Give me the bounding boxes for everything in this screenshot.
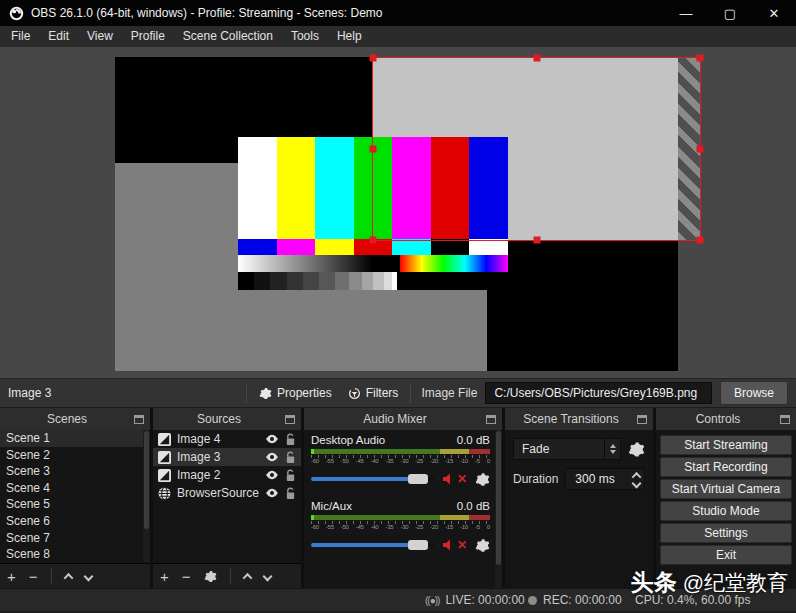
selection-handle-bottomcenter[interactable] bbox=[533, 237, 540, 244]
controls-header[interactable]: Controls bbox=[656, 408, 796, 430]
menu-view[interactable]: View bbox=[78, 26, 122, 47]
channel-name: Mic/Aux bbox=[311, 500, 352, 514]
transition-select[interactable]: Fade bbox=[513, 438, 621, 460]
filters-icon bbox=[348, 387, 361, 400]
menu-help[interactable]: Help bbox=[328, 26, 371, 47]
mixer-scrollbar[interactable] bbox=[495, 430, 502, 588]
transition-gear-icon[interactable] bbox=[628, 441, 645, 458]
mixer-channel-mic-aux: Mic/Aux 0.0 dB -60-55-50-45-40-35-30-25-… bbox=[311, 500, 490, 556]
lock-unlocked-icon[interactable] bbox=[285, 433, 296, 446]
eye-visible-icon[interactable] bbox=[265, 487, 279, 499]
scene-list-item[interactable]: Scene 2 bbox=[0, 447, 150, 464]
scenes-panel-header[interactable]: Scenes bbox=[0, 408, 150, 430]
scene-list-item[interactable]: Scene 5 bbox=[0, 496, 150, 513]
meter-scale-tick: -15 bbox=[445, 458, 453, 466]
scene-transitions-header[interactable]: Scene Transitions bbox=[505, 408, 653, 430]
eye-visible-icon[interactable] bbox=[265, 451, 279, 463]
menu-edit[interactable]: Edit bbox=[39, 26, 78, 47]
mute-button[interactable]: ✕ bbox=[442, 538, 467, 552]
toolbar-separator bbox=[410, 383, 411, 403]
mute-button[interactable]: ✕ bbox=[442, 472, 467, 486]
move-scene-up-button[interactable] bbox=[65, 573, 72, 580]
eye-visible-icon[interactable] bbox=[265, 469, 279, 481]
meter-scale-tick: -40 bbox=[371, 458, 379, 466]
minimize-button[interactable]: — bbox=[664, 0, 708, 26]
start-streaming-button[interactable]: Start Streaming bbox=[660, 435, 792, 455]
browse-button[interactable]: Browse bbox=[720, 381, 788, 405]
volume-slider[interactable] bbox=[311, 477, 434, 481]
studio-mode-button[interactable]: Studio Mode bbox=[660, 501, 792, 521]
sources-list: Image 4 Image 3 Image 2 bbox=[153, 430, 301, 563]
selection-handle-midright[interactable] bbox=[697, 146, 704, 153]
scene-list-item[interactable]: Scene 4 bbox=[0, 480, 150, 497]
source-list-item[interactable]: BrowserSource bbox=[153, 484, 301, 502]
scene-list-item[interactable]: Scene 6 bbox=[0, 513, 150, 530]
settings-button[interactable]: Settings bbox=[660, 523, 792, 543]
image-source-icon bbox=[158, 433, 171, 446]
volume-meter bbox=[311, 449, 490, 454]
close-button[interactable]: ✕ bbox=[752, 0, 796, 26]
dock-float-icon[interactable] bbox=[134, 415, 144, 424]
dock-float-icon[interactable] bbox=[486, 415, 496, 424]
volume-slider-handle[interactable] bbox=[408, 474, 428, 484]
scene-transitions-title: Scene Transitions bbox=[505, 412, 637, 426]
menu-profile[interactable]: Profile bbox=[122, 26, 174, 47]
toolbar-separator bbox=[230, 568, 231, 584]
selection-handle-bottomleft[interactable] bbox=[370, 237, 377, 244]
volume-slider[interactable] bbox=[311, 543, 434, 547]
selection-handle-topright[interactable] bbox=[697, 55, 704, 62]
selection-handle-topcenter[interactable] bbox=[533, 55, 540, 62]
duration-spinbox[interactable]: 300 ms bbox=[565, 468, 645, 490]
rec-timer: REC: 00:00:00 bbox=[543, 593, 622, 607]
maximize-button[interactable]: ▢ bbox=[708, 0, 752, 26]
duration-spin-arrows[interactable] bbox=[628, 472, 644, 487]
menu-scene-collection[interactable]: Scene Collection bbox=[174, 26, 282, 47]
sources-panel-header[interactable]: Sources bbox=[153, 408, 301, 430]
scene-list-item[interactable]: Scene 3 bbox=[0, 463, 150, 480]
source-list-item[interactable]: Image 2 bbox=[153, 466, 301, 484]
add-source-button[interactable]: + bbox=[160, 569, 169, 584]
start-virtual-camera-button[interactable]: Start Virtual Camera bbox=[660, 479, 792, 499]
source-properties-button[interactable] bbox=[204, 570, 217, 583]
selection-bounding-box[interactable] bbox=[372, 57, 701, 241]
move-source-up-button[interactable] bbox=[244, 573, 251, 580]
menu-tools[interactable]: Tools bbox=[282, 26, 328, 47]
meter-scale: -60-55-50-45-40-35-30-25-20-15-10-50 bbox=[311, 458, 490, 466]
scene-list-item[interactable]: Scene 8 bbox=[0, 546, 150, 563]
scene-list-item[interactable]: Scene 7 bbox=[0, 530, 150, 547]
source-list-item[interactable]: Image 4 bbox=[153, 430, 301, 448]
dock-float-icon[interactable] bbox=[637, 415, 647, 424]
transition-select-spinner[interactable] bbox=[604, 439, 620, 459]
scene-list-item[interactable]: Scene 1 bbox=[0, 430, 150, 447]
browser-source-icon bbox=[158, 487, 171, 500]
preview-area[interactable] bbox=[0, 47, 796, 378]
start-recording-button[interactable]: Start Recording bbox=[660, 457, 792, 477]
lock-unlocked-icon[interactable] bbox=[285, 469, 296, 482]
remove-scene-button[interactable]: − bbox=[29, 569, 38, 584]
image-file-input[interactable] bbox=[485, 382, 712, 404]
audio-mixer-header[interactable]: Audio Mixer bbox=[304, 408, 502, 430]
dock-float-icon[interactable] bbox=[780, 415, 790, 424]
meter-scale-tick: -50 bbox=[341, 458, 349, 466]
filters-button[interactable]: Filters bbox=[344, 384, 403, 402]
dock-float-icon[interactable] bbox=[285, 415, 295, 424]
properties-button[interactable]: Properties bbox=[255, 384, 336, 402]
menu-file[interactable]: File bbox=[2, 26, 39, 47]
lock-unlocked-icon[interactable] bbox=[285, 451, 296, 464]
gear-icon[interactable] bbox=[475, 472, 490, 487]
move-source-down-button[interactable] bbox=[264, 573, 271, 580]
add-scene-button[interactable]: + bbox=[7, 569, 16, 584]
remove-source-button[interactable]: − bbox=[182, 569, 191, 584]
selection-handle-bottomright[interactable] bbox=[697, 237, 704, 244]
gear-icon[interactable] bbox=[475, 538, 490, 553]
selection-handle-midleft[interactable] bbox=[370, 146, 377, 153]
eye-visible-icon[interactable] bbox=[265, 433, 279, 445]
volume-slider-handle[interactable] bbox=[408, 540, 428, 550]
exit-button[interactable]: Exit bbox=[660, 545, 792, 565]
duration-label: Duration bbox=[513, 472, 558, 486]
lock-unlocked-icon[interactable] bbox=[285, 487, 296, 500]
scenes-scrollbar[interactable] bbox=[143, 430, 150, 563]
source-list-item-selected[interactable]: Image 3 bbox=[153, 448, 301, 466]
move-scene-down-button[interactable] bbox=[85, 573, 92, 580]
selection-handle-topleft[interactable] bbox=[370, 55, 377, 62]
